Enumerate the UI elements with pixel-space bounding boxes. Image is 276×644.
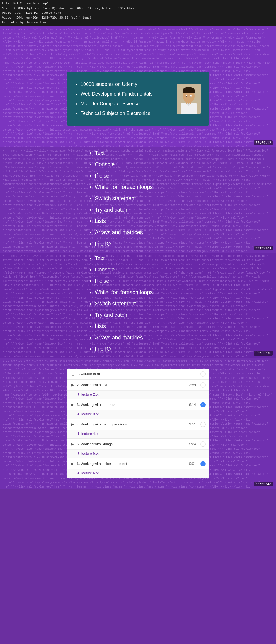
list-item: Switch statement bbox=[95, 193, 192, 204]
download-row: ⬇lecture 3.txt bbox=[67, 410, 209, 419]
download-link[interactable]: lecture 3.txt bbox=[81, 412, 99, 416]
download-icon: ⬇ bbox=[77, 432, 80, 436]
check-circle[interactable]: ✓ bbox=[200, 402, 206, 407]
course-row[interactable]: ▶6. Working with if else statement9:01✓ bbox=[67, 458, 209, 469]
course-item: ▶4. Working with math operations3:51⬇lec… bbox=[67, 419, 209, 439]
download-row: ⬇lecture 5.txt bbox=[67, 449, 209, 458]
list-item: File IO bbox=[95, 343, 192, 355]
list-item: Arrays and matrices bbox=[95, 227, 192, 238]
download-row: ⬇lecture 6.txt bbox=[67, 469, 209, 478]
intro-bullet-list: 10000 students on UdemyWeb Development F… bbox=[75, 79, 170, 118]
bullet-section-1: NumbersTextConsoleIf elseWhile, for, for… bbox=[0, 147, 276, 253]
intro-card: 10000 students on UdemyWeb Development F… bbox=[67, 72, 209, 126]
intro-card-wrapper: 10000 students on UdemyWeb Development F… bbox=[0, 26, 276, 147]
play-icon: ▶ bbox=[70, 403, 75, 407]
list-item: Functions bbox=[95, 249, 192, 253]
play-icon: ▶ bbox=[70, 442, 75, 446]
intro-bullet-item: Web Development Fundamentals bbox=[81, 89, 170, 99]
download-link[interactable]: lecture 4.txt bbox=[81, 432, 99, 436]
play-icon: ▶ bbox=[70, 422, 75, 427]
list-item: Text bbox=[95, 253, 192, 264]
intro-bullet-item: 10000 students on Udemy bbox=[81, 79, 170, 89]
timestamp-3: 00:00:36 bbox=[254, 351, 273, 356]
course-title: 6. Working with if else statement bbox=[77, 462, 187, 466]
list-item: Try and catch bbox=[95, 204, 192, 215]
bullet-list-2: NumbersTextConsoleIf elseWhile, for, for… bbox=[84, 253, 192, 358]
course-item: ▶6. Working with if else statement9:01✓⬇… bbox=[67, 458, 209, 478]
download-link[interactable]: lecture 6.txt bbox=[81, 471, 99, 475]
list-item: Console bbox=[95, 264, 192, 275]
course-row[interactable]: ▶5. Working with Strings5:24 bbox=[67, 439, 209, 449]
course-row[interactable]: ▶3. Working with numbers6:14✓ bbox=[67, 399, 209, 410]
svg-rect-5 bbox=[183, 90, 195, 93]
play-icon: ▶ bbox=[70, 383, 75, 387]
course-title: 5. Working with Strings bbox=[77, 442, 187, 446]
intro-bullet-item: Technical Subject on Electronics bbox=[81, 108, 170, 118]
avatar bbox=[177, 84, 201, 114]
play-icon: ▶ bbox=[70, 462, 75, 466]
list-item: Lists bbox=[95, 215, 192, 227]
section-intro: <!-- meta--> <title></title> <meta name=… bbox=[0, 26, 276, 147]
svg-point-9 bbox=[190, 96, 191, 97]
timestamp-1: 00:00:12 bbox=[254, 140, 273, 145]
list-item: If else bbox=[95, 275, 192, 287]
list-item: While, for, foreach loops bbox=[95, 287, 192, 298]
course-duration: 6:14 bbox=[189, 403, 196, 407]
list-item: If else bbox=[95, 170, 192, 181]
course-duration: 9:01 bbox=[189, 462, 196, 466]
file-info-line1: File: 001 Course Intro.mp4 bbox=[2, 1, 274, 6]
timestamp-2: 00:00:24 bbox=[254, 246, 273, 250]
download-row: ⬇lecture 4.txt bbox=[67, 430, 209, 438]
course-duration: 2:59 bbox=[189, 383, 196, 387]
course-duration: 5:24 bbox=[189, 442, 196, 446]
list-item: Lists bbox=[95, 321, 192, 332]
course-title: 1. Course Intro bbox=[77, 372, 198, 376]
list-item: Text bbox=[95, 147, 192, 159]
section-list-1: <!-- meta--> <title></title> <meta name=… bbox=[0, 147, 276, 253]
check-circle[interactable] bbox=[200, 441, 206, 447]
list-item: Arrays and matrices bbox=[95, 332, 192, 343]
section-list-2: <!-- meta--> <title></title> <meta name=… bbox=[0, 253, 276, 358]
course-title: 3. Working with numbers bbox=[77, 403, 187, 407]
course-title: 2. Working with text bbox=[77, 383, 187, 387]
download-row: ⬇lecture 2.txt bbox=[67, 390, 209, 399]
bullet-section-2: NumbersTextConsoleIf elseWhile, for, for… bbox=[0, 253, 276, 358]
download-icon: ⬇ bbox=[77, 451, 80, 455]
check-circle[interactable] bbox=[200, 422, 206, 427]
course-item: ▶5. Working with Strings5:24⬇lecture 5.t… bbox=[67, 439, 209, 458]
section-course-list: <!-- meta--> <title></title> <meta name=… bbox=[0, 358, 276, 489]
course-item: ▶3. Working with numbers6:14✓⬇lecture 3.… bbox=[67, 399, 209, 419]
list-item: File IO bbox=[95, 238, 192, 249]
file-info-line4: Video: h264, yuv420p, 1280x720, 30.00 fp… bbox=[2, 15, 274, 20]
file-info-line2: Size: 8538842 bytes (8.14 MiB), duration… bbox=[2, 6, 274, 11]
play-icon: ⎯ bbox=[70, 372, 75, 376]
check-circle[interactable] bbox=[200, 371, 206, 377]
list-item: Try and catch bbox=[95, 309, 192, 321]
download-icon: ⬇ bbox=[77, 412, 80, 416]
file-info-bar: File: 001 Course Intro.mp4 Size: 8538842… bbox=[0, 0, 276, 26]
course-row[interactable]: ▶4. Working with math operations3:51 bbox=[67, 419, 209, 430]
file-info-line5: Generated by Thumbnail.me bbox=[2, 20, 274, 25]
course-duration: 3:51 bbox=[189, 422, 196, 426]
course-title: 4. Working with math operations bbox=[77, 422, 187, 426]
course-row[interactable]: ▶2. Working with text2:59 bbox=[67, 380, 209, 390]
check-circle[interactable]: ✓ bbox=[200, 461, 206, 466]
download-link[interactable]: lecture 5.txt bbox=[81, 451, 99, 455]
course-row[interactable]: ⎯1. Course Intro bbox=[67, 369, 209, 379]
bullet-list-1: NumbersTextConsoleIf elseWhile, for, for… bbox=[84, 147, 192, 253]
check-circle[interactable] bbox=[200, 382, 206, 388]
list-item: While, for, foreach loops bbox=[95, 181, 192, 193]
intro-bullet-item: Math for Computer Science bbox=[81, 99, 170, 108]
download-icon: ⬇ bbox=[77, 471, 80, 475]
course-item: ⎯1. Course Intro bbox=[67, 369, 209, 380]
course-card: ⎯1. Course Intro▶2. Working with text2:5… bbox=[67, 369, 209, 478]
download-icon: ⬇ bbox=[77, 392, 80, 396]
intro-card-content: 10000 students on UdemyWeb Development F… bbox=[75, 79, 170, 118]
course-item: ▶2. Working with text2:59⬇lecture 2.txt bbox=[67, 380, 209, 399]
download-link[interactable]: lecture 2.txt bbox=[81, 392, 99, 396]
list-item: Functions bbox=[95, 355, 192, 358]
svg-point-8 bbox=[186, 96, 187, 97]
list-item: Switch statement bbox=[95, 298, 192, 309]
file-info-line3: Audio: aac, 44100 Hz, stereo (eng) bbox=[2, 11, 274, 15]
timestamp-4: 00:00:48 bbox=[254, 482, 273, 486]
